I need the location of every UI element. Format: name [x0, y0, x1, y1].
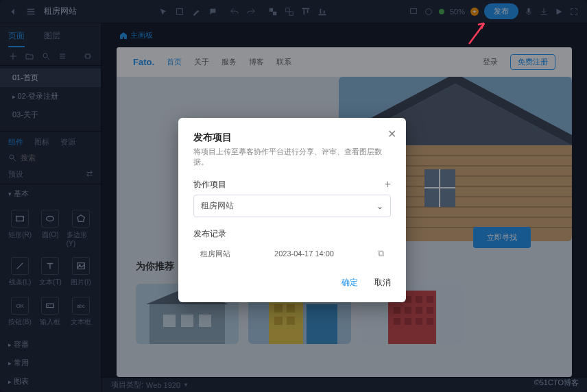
add-project-icon[interactable]: + [385, 178, 391, 191]
history-item: 租房网站 2023-04-17 14:00 ⧉ [193, 244, 391, 263]
watermark: ©51CTO博客 [534, 378, 579, 388]
modal-subtitle: 将项目上传至摹客协作平台进行分享、评审、查看图层数据。 [193, 147, 391, 167]
modal-title: 发布项目 [193, 132, 391, 144]
cancel-button[interactable]: 取消 [374, 277, 391, 289]
project-select-value: 租房网站 [201, 200, 234, 212]
external-link-icon[interactable]: ⧉ [378, 248, 384, 259]
close-icon[interactable]: ✕ [387, 127, 396, 140]
history-label: 发布记录 [193, 228, 226, 240]
ok-button[interactable]: 确定 [342, 277, 358, 289]
project-label: 协作项目 [193, 179, 226, 191]
chevron-down-icon: ⌄ [376, 201, 383, 211]
history-time: 2023-04-17 14:00 [274, 249, 334, 258]
publish-modal: ✕ 发布项目 将项目上传至摹客协作平台进行分享、评审、查看图层数据。 协作项目 … [178, 118, 406, 302]
project-select[interactable]: 租房网站 ⌄ [193, 195, 391, 217]
history-name: 租房网站 [200, 249, 230, 259]
